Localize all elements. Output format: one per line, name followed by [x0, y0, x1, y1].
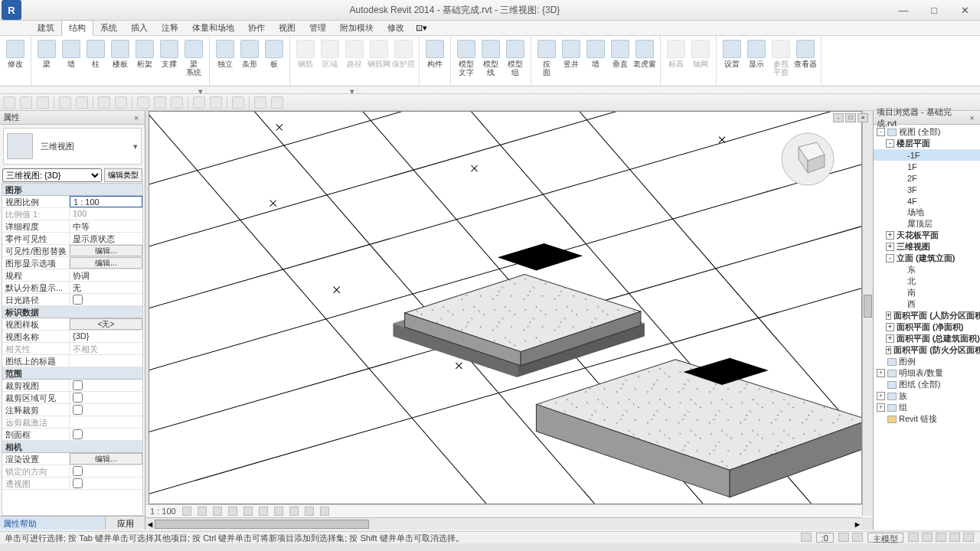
- tree-node[interactable]: 2F: [874, 172, 980, 184]
- qat-button[interactable]: [115, 96, 127, 109]
- property-value[interactable]: [70, 392, 142, 403]
- ribbon-tab[interactable]: 协作: [241, 21, 272, 35]
- ribbon-tab[interactable]: 建筑: [31, 21, 61, 35]
- tree-node[interactable]: 1F: [874, 161, 980, 172]
- ribbon-button[interactable]: 墙: [59, 37, 83, 84]
- ribbon-button[interactable]: 模型线: [479, 37, 503, 84]
- property-value[interactable]: 显示原状态: [70, 233, 142, 244]
- view-min-icon[interactable]: -: [833, 113, 844, 122]
- property-value[interactable]: 编辑...: [70, 257, 142, 269]
- detail-level-icon[interactable]: [182, 507, 191, 516]
- ribbon-button[interactable]: 桁架: [132, 37, 157, 84]
- property-value[interactable]: [70, 429, 142, 440]
- sun-path-icon[interactable]: [213, 507, 222, 516]
- vertical-scrollbar[interactable]: [862, 111, 873, 516]
- status-zoom[interactable]: :0: [816, 533, 834, 543]
- tree-toggle-icon[interactable]: +: [877, 403, 885, 412]
- status-icon[interactable]: [922, 533, 933, 542]
- view-close-icon[interactable]: ×: [858, 113, 868, 122]
- 3d-view-canvas[interactable]: [149, 111, 862, 504]
- properties-help-link[interactable]: 属性帮助: [0, 517, 105, 530]
- crop-region-icon[interactable]: [274, 507, 283, 516]
- property-value[interactable]: 协调: [70, 269, 142, 281]
- ribbon-button[interactable]: 板: [262, 37, 286, 84]
- property-group-header[interactable]: 标识数据: [2, 306, 142, 318]
- apply-button[interactable]: 应用: [105, 517, 145, 530]
- tree-toggle-icon[interactable]: -: [886, 254, 894, 262]
- tree-node[interactable]: +天花板平面: [874, 230, 980, 241]
- qat-button[interactable]: [98, 96, 110, 109]
- ribbon-button[interactable]: 独立: [213, 37, 237, 84]
- property-value[interactable]: 编辑...: [70, 245, 142, 256]
- crop-icon[interactable]: [259, 507, 268, 516]
- lock-3d-icon[interactable]: [289, 507, 299, 516]
- ribbon-button[interactable]: 梁系统: [181, 37, 206, 84]
- align-icon[interactable]: [154, 96, 166, 109]
- tree-node[interactable]: 屋顶层: [874, 218, 980, 230]
- tree-node[interactable]: -1F: [874, 149, 980, 161]
- rendering-icon[interactable]: [243, 507, 253, 516]
- tree-node[interactable]: -立面 (建筑立面): [874, 253, 980, 264]
- ribbon-tab[interactable]: 系统: [93, 21, 124, 35]
- qat-button[interactable]: [271, 96, 283, 109]
- property-value[interactable]: [70, 404, 142, 416]
- tree-toggle-icon[interactable]: +: [886, 334, 894, 343]
- tree-toggle-icon[interactable]: +: [886, 243, 894, 251]
- tree-toggle-icon[interactable]: +: [886, 346, 891, 354]
- property-value[interactable]: 1 : 100: [70, 196, 142, 207]
- property-value[interactable]: {3D}: [70, 331, 142, 342]
- ribbon-tab-more[interactable]: ⊡▾: [416, 23, 427, 33]
- tree-node[interactable]: 北: [874, 276, 980, 287]
- ribbon-tab[interactable]: 体量和场地: [185, 21, 241, 35]
- qat-button[interactable]: [254, 96, 266, 109]
- tree-node[interactable]: 场地: [874, 207, 980, 218]
- property-value[interactable]: [70, 294, 142, 305]
- close-icon[interactable]: ×: [131, 113, 142, 122]
- tree-node[interactable]: 南: [874, 287, 980, 298]
- ribbon-tab[interactable]: 结构: [61, 20, 93, 36]
- ribbon-button[interactable]: 垂直: [608, 37, 632, 84]
- horizontal-scrollbar[interactable]: ◄ ►: [145, 517, 862, 530]
- edit-type-button[interactable]: 编辑类型: [104, 168, 142, 182]
- type-selector[interactable]: 三维视图 ▾: [3, 128, 142, 165]
- text-icon[interactable]: [171, 96, 183, 109]
- property-value[interactable]: <无>: [70, 318, 142, 330]
- qat-button[interactable]: [3, 96, 15, 109]
- tree-toggle-icon[interactable]: +: [886, 311, 891, 320]
- maximize-button[interactable]: □: [919, 1, 949, 19]
- ribbon-button[interactable]: 老虎窗: [632, 37, 657, 84]
- status-icon[interactable]: [838, 533, 849, 542]
- shadows-icon[interactable]: [228, 507, 237, 516]
- ribbon-button[interactable]: 墙: [583, 37, 608, 84]
- save-icon[interactable]: [20, 96, 32, 109]
- undo-icon[interactable]: [59, 96, 71, 109]
- tree-node[interactable]: -视图 (全部): [874, 126, 980, 138]
- tree-node[interactable]: 东: [874, 264, 980, 276]
- tree-node[interactable]: +面积平面 (总建筑面积): [874, 333, 980, 344]
- tree-toggle-icon[interactable]: -: [877, 128, 885, 136]
- property-value[interactable]: [70, 355, 142, 367]
- qat-button[interactable]: [210, 96, 222, 109]
- visual-style-icon[interactable]: [198, 507, 207, 516]
- app-menu-icon[interactable]: R: [2, 0, 21, 20]
- ribbon-button[interactable]: 显示: [744, 37, 769, 84]
- tree-node[interactable]: +明细表/数量: [874, 367, 980, 379]
- tree-node[interactable]: +面积平面 (人防分区面积: [874, 310, 980, 321]
- ribbon-button[interactable]: 条形: [237, 37, 262, 84]
- open-icon[interactable]: [37, 96, 49, 109]
- close-button[interactable]: ✕: [949, 1, 980, 19]
- qat-button[interactable]: [232, 96, 244, 109]
- ribbon-button[interactable]: 楼板: [108, 37, 132, 84]
- property-group-header[interactable]: 范围: [2, 367, 142, 380]
- ribbon-button[interactable]: 模型组: [503, 37, 528, 84]
- ribbon-button[interactable]: 梁: [34, 37, 59, 84]
- ribbon-expander[interactable]: ▾: [0, 86, 207, 93]
- status-icon[interactable]: [852, 533, 863, 542]
- tree-node[interactable]: Revit 链接: [874, 413, 980, 425]
- property-value[interactable]: 中等: [70, 220, 142, 232]
- tree-node[interactable]: 图例: [874, 356, 980, 367]
- status-icon[interactable]: [949, 533, 960, 542]
- property-group-header[interactable]: 相机: [2, 441, 142, 453]
- ribbon-tab[interactable]: 附加模块: [333, 21, 381, 35]
- status-icon[interactable]: [801, 533, 812, 542]
